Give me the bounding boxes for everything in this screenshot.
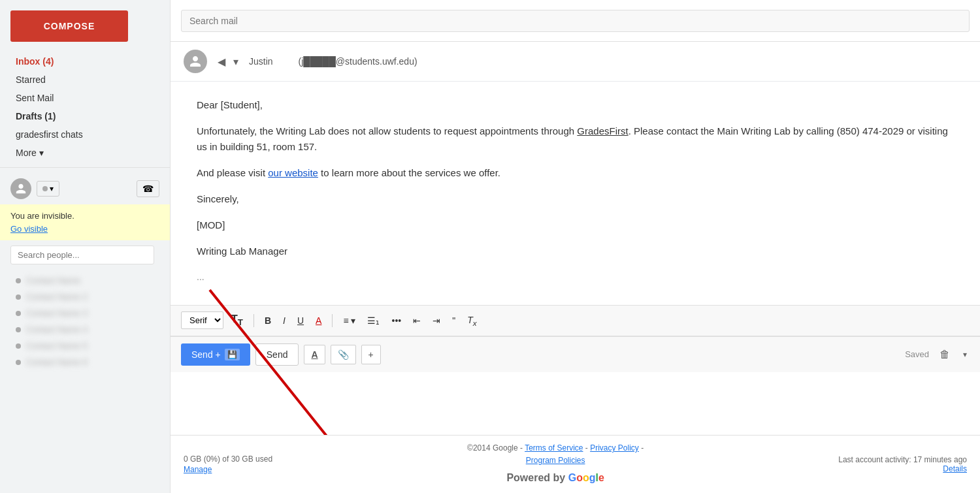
mod: [MOD]: [197, 217, 954, 233]
sidebar-item-starred[interactable]: Starred: [0, 71, 165, 89]
content-area: ◀ ▾ Justin (j█████@students.uwf.edu) Dea…: [170, 0, 980, 493]
contact-name: Contact Name: [26, 276, 80, 285]
logo-e: e: [598, 469, 604, 486]
list-item: Contact Name 4: [0, 321, 170, 338]
list-item: Contact Name: [0, 272, 170, 289]
status-dot: [16, 311, 21, 316]
underline-button[interactable]: U: [293, 313, 308, 328]
format-toolbar: Serif TT B I U A ≡ ▾ ☰₁ ••• ⇤ ⇥ " Tx: [171, 305, 980, 336]
chevron-down-icon: ▾: [39, 148, 44, 158]
save-icon: 💾: [225, 349, 240, 360]
italic-button[interactable]: I: [279, 313, 289, 328]
logo-g: G: [568, 469, 576, 486]
numbered-list-button[interactable]: ☰₁: [363, 313, 384, 328]
contact-name: Contact Name 2: [26, 292, 88, 302]
program-link[interactable]: Program Policies: [526, 456, 585, 465]
delete-button[interactable]: 🗑: [934, 346, 955, 363]
list-item: Contact Name 6: [0, 354, 170, 370]
ellipsis-button[interactable]: ...: [197, 270, 954, 284]
more-button[interactable]: More ▾: [0, 144, 170, 162]
paragraph1: Unfortunately, the Writing Lab does not …: [197, 123, 954, 155]
sidebar-item-drafts[interactable]: Drafts (1): [0, 107, 165, 125]
details-link[interactable]: Details: [838, 464, 967, 473]
send-secondary-button[interactable]: Send: [255, 343, 299, 366]
email-header: ◀ ▾ Justin (j█████@students.uwf.edu): [171, 42, 980, 82]
recipient-name-blurred: [275, 56, 295, 67]
invisible-notice: You are invisible. Go visible: [0, 204, 170, 240]
website-link[interactable]: our website: [268, 167, 318, 178]
recipient-email-address: (j█████@students.uwf.edu): [298, 56, 417, 67]
chat-controls: ▾ ☎: [0, 173, 170, 204]
separator: [253, 314, 254, 327]
logo-o2: o: [583, 469, 589, 486]
manage-link[interactable]: Manage: [184, 465, 272, 474]
go-visible-link[interactable]: Go visible: [10, 224, 48, 234]
logo-o1: o: [576, 469, 583, 486]
sidebar-item-inbox[interactable]: Inbox (4): [0, 52, 165, 71]
status-dot: [16, 343, 21, 349]
recipient-info: Justin (j█████@students.uwf.edu): [249, 56, 417, 67]
dropdown-button[interactable]: ▾: [231, 53, 241, 71]
font-family-select[interactable]: Serif: [181, 311, 223, 329]
recipient-name: Justin: [249, 56, 273, 67]
title: Writing Lab Manager: [197, 244, 954, 259]
nav-list: Inbox (4) Starred Sent Mail Drafts (1) g…: [0, 52, 170, 144]
list-item: Contact Name 3: [0, 305, 170, 321]
format-text-button[interactable]: A: [304, 345, 325, 364]
greeting: Dear [Student],: [197, 97, 954, 113]
privacy-link[interactable]: Privacy Policy: [590, 443, 639, 453]
sidebar-item-sent[interactable]: Sent Mail: [0, 89, 165, 107]
phone-button[interactable]: ☎: [137, 180, 159, 197]
divider: [0, 167, 170, 168]
indent-more-button[interactable]: ⇥: [429, 313, 444, 328]
status-dot: [16, 278, 21, 283]
search-input[interactable]: [181, 10, 970, 32]
nav-buttons: ◀ ▾: [215, 53, 241, 71]
search-people-input[interactable]: [10, 246, 154, 264]
status-dot: [16, 294, 21, 300]
email-body: Dear [Student], Unfortunately, the Writi…: [171, 82, 980, 305]
saved-status: Saved: [905, 349, 929, 359]
indent-less-button[interactable]: ⇤: [409, 313, 425, 328]
clear-format-button[interactable]: Tx: [463, 312, 480, 330]
send-primary-button[interactable]: Send + 💾: [181, 343, 250, 366]
list-item: Contact Name 5: [0, 338, 170, 354]
font-size-button[interactable]: TT: [227, 311, 247, 330]
status-dot: [16, 327, 21, 332]
more-options-button[interactable]: +: [361, 345, 381, 364]
align-button[interactable]: ≡ ▾: [339, 313, 359, 328]
avatar: [10, 178, 31, 199]
list-item: Contact Name 2: [0, 289, 170, 305]
status-dot: [16, 360, 21, 365]
footer-right: Last account activity: 17 minutes ago De…: [838, 455, 967, 473]
contact-name: Contact Name 6: [26, 357, 88, 367]
contact-name: Contact Name 4: [26, 325, 88, 334]
top-bar: [171, 0, 980, 42]
compose-button[interactable]: COMPOSE: [10, 10, 128, 42]
contact-name: Contact Name 5: [26, 341, 88, 351]
sidebar: COMPOSE Inbox (4) Starred Sent Mail Draf…: [0, 0, 170, 493]
send-dropdown-button[interactable]: ▾: [960, 347, 970, 362]
chevron-down-icon: ▾: [50, 184, 54, 193]
please-text: Please: [634, 125, 664, 136]
send-toolbar: Send + 💾 Send A 📎 + Saved 🗑 ▾: [171, 336, 980, 372]
logo-g2: g: [589, 469, 596, 486]
status-button[interactable]: ▾: [37, 181, 59, 197]
terms-link[interactable]: Terms of Service: [525, 443, 583, 453]
gradesfirst-link[interactable]: GradesFirst: [577, 125, 628, 136]
bold-button[interactable]: B: [261, 313, 275, 328]
sidebar-item-gradesfirst[interactable]: gradesfirst chats: [0, 125, 165, 144]
footer-center: ©2014 Google - Terms of Service - Privac…: [467, 442, 644, 486]
sender-avatar: [184, 50, 207, 73]
bullet-list-button[interactable]: •••: [387, 313, 405, 328]
back-button[interactable]: ◀: [215, 53, 228, 71]
contact-list: Contact Name Contact Name 2 Contact Name…: [0, 270, 170, 373]
quote-button[interactable]: ": [448, 313, 459, 328]
font-color-button[interactable]: A: [312, 313, 325, 328]
attach-button[interactable]: 📎: [331, 345, 356, 364]
separator: [332, 314, 333, 327]
google-logo: Powered by Google: [467, 469, 644, 486]
dot-icon: [42, 186, 48, 191]
contact-name: Contact Name 3: [26, 308, 88, 318]
closing: Sincerely,: [197, 191, 954, 207]
